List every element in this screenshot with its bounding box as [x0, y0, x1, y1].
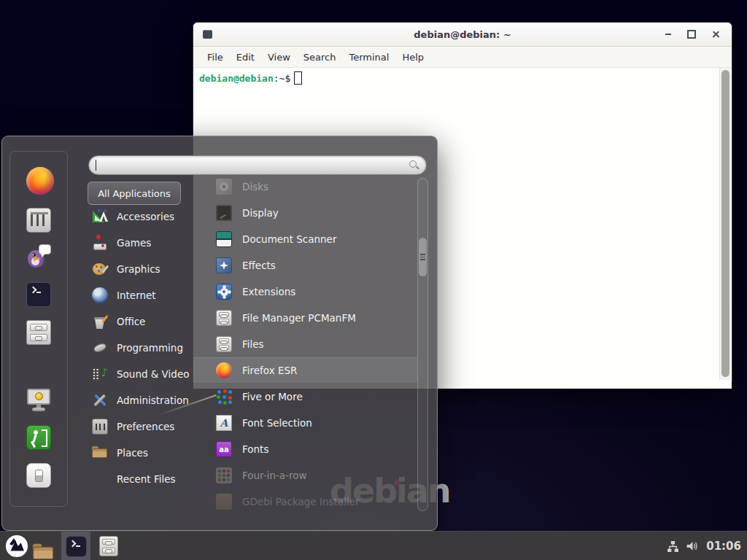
category-label: Programming	[117, 342, 183, 354]
recent-files-spacer	[92, 471, 108, 487]
app-gdebi-package-installer[interactable]: GDebi Package Installer	[193, 489, 417, 515]
app-five-or-more[interactable]: Five or More	[193, 384, 417, 410]
favorite-pidgin-icon[interactable]	[26, 244, 51, 269]
gdebi-icon	[216, 494, 232, 510]
menu-help[interactable]: Help	[395, 52, 430, 63]
extensions-gear-icon	[216, 284, 232, 300]
application-menu: All Applications Accessories Games Graph…	[1, 136, 438, 531]
favorite-terminal-icon[interactable]	[26, 282, 51, 307]
scrollbar-grip-icon	[420, 254, 425, 261]
category-label: Preferences	[117, 421, 174, 432]
search-icon	[409, 160, 419, 171]
category-preferences[interactable]: Preferences	[86, 413, 196, 440]
category-places[interactable]: Places	[86, 440, 196, 466]
category-label: Sound & Video	[117, 368, 189, 380]
menu-view[interactable]: View	[261, 52, 297, 63]
app-label: Fonts	[242, 443, 268, 455]
app-four-in-a-row[interactable]: Four-in-a-row	[193, 462, 417, 489]
terminal-titlebar[interactable]: debian@debian: ~	[193, 23, 732, 47]
system-tray: 01:06	[667, 532, 741, 560]
menu-file[interactable]: File	[201, 52, 230, 63]
app-label: Files	[242, 338, 264, 350]
app-label: Extensions	[242, 286, 295, 298]
category-office[interactable]: Office	[86, 308, 196, 335]
app-files[interactable]: Files	[193, 331, 417, 357]
four-in-a-row-icon	[216, 467, 232, 483]
maximize-icon[interactable]	[687, 30, 696, 39]
all-applications-button[interactable]: All Applications	[88, 182, 181, 205]
firefox-icon	[216, 362, 232, 378]
favorites-column	[9, 151, 68, 507]
five-or-more-icon	[216, 389, 232, 405]
app-label: Four-in-a-row	[242, 470, 307, 481]
app-disks[interactable]: Disks	[193, 174, 417, 200]
favorite-log-out-icon[interactable]	[26, 425, 51, 450]
app-list-scrollbar[interactable]	[417, 178, 428, 511]
close-icon[interactable]	[712, 31, 720, 39]
taskbar-terminal-icon	[66, 536, 87, 557]
category-label: Internet	[117, 289, 156, 301]
app-font-selection[interactable]: A Font Selection	[193, 410, 417, 436]
menu-edit[interactable]: Edit	[230, 52, 261, 63]
menu-logo-icon	[5, 534, 28, 558]
office-icon	[92, 314, 108, 330]
app-extensions[interactable]: Extensions	[193, 279, 417, 305]
sound-video-icon: ♪	[92, 366, 108, 382]
taskbar-files-button[interactable]	[99, 536, 118, 556]
app-list-scrollbar-thumb[interactable]	[419, 238, 427, 276]
app-effects[interactable]: Effects	[193, 252, 417, 279]
category-list: Accessories Games Graphics Internet Offi…	[86, 203, 196, 492]
favorite-file-manager-icon[interactable]	[26, 320, 51, 345]
network-icon[interactable]	[667, 540, 679, 553]
category-accessories[interactable]: Accessories	[86, 203, 196, 230]
fonts-icon: aa	[216, 441, 232, 457]
minimize-icon[interactable]	[665, 34, 671, 35]
terminal-prompt: debian@debian:~$	[199, 71, 726, 85]
app-label: Five or More	[242, 391, 303, 402]
category-games[interactable]: Games	[86, 230, 196, 256]
taskbar-active-terminal-button[interactable]	[61, 532, 90, 560]
places-folder-icon	[92, 445, 108, 461]
taskbar-file-manager-button[interactable]	[33, 542, 61, 560]
font-selection-icon: A	[216, 415, 232, 431]
app-fonts[interactable]: aa Fonts	[193, 436, 417, 462]
category-internet[interactable]: Internet	[86, 282, 196, 308]
display-icon	[216, 205, 232, 221]
app-display[interactable]: Display	[193, 200, 417, 226]
app-document-scanner[interactable]: Document Scanner	[193, 226, 417, 252]
favorite-control-center-icon[interactable]	[26, 208, 51, 233]
games-icon	[92, 235, 108, 251]
volume-icon[interactable]	[686, 540, 700, 552]
menu-button[interactable]	[5, 534, 28, 558]
terminal-menubar: File Edit View Search Terminal Help	[193, 47, 732, 68]
app-label: File Manager PCManFM	[242, 312, 356, 324]
category-label: Games	[117, 237, 151, 249]
category-recent-files[interactable]: Recent Files	[86, 466, 196, 492]
app-file-manager-pcmanfm[interactable]: File Manager PCManFM	[193, 305, 417, 331]
category-label: Office	[117, 316, 145, 327]
category-programming[interactable]: Programming	[86, 335, 196, 361]
terminal-cursor	[294, 71, 302, 85]
menu-search[interactable]: Search	[297, 52, 343, 63]
category-sound-video[interactable]: ♪ Sound & Video	[86, 361, 196, 387]
clock[interactable]: 01:06	[706, 540, 741, 553]
terminal-title: debian@debian: ~	[414, 29, 511, 40]
app-label: Firefox ESR	[242, 365, 297, 376]
prompt-user-host: debian@debian	[199, 73, 274, 84]
category-administration[interactable]: Administration	[86, 387, 196, 413]
application-list: Disks Display Document Scanner Effects E…	[193, 174, 417, 515]
terminal-scrollbar[interactable]	[719, 68, 731, 380]
favorite-shut-down-icon[interactable]	[26, 463, 51, 488]
favorite-firefox-icon[interactable]	[26, 167, 51, 192]
app-label: Font Selection	[242, 417, 312, 429]
search-input[interactable]	[88, 155, 427, 175]
accessories-icon	[92, 209, 108, 225]
app-firefox-esr[interactable]: Firefox ESR	[193, 357, 417, 384]
category-graphics[interactable]: Graphics	[86, 256, 196, 282]
menu-terminal[interactable]: Terminal	[342, 52, 395, 63]
terminal-scrollbar-thumb[interactable]	[721, 70, 729, 377]
preferences-icon	[92, 419, 108, 435]
graphics-icon	[92, 261, 108, 277]
administration-tools-icon	[92, 392, 108, 408]
favorite-lock-screen-icon[interactable]	[26, 387, 51, 412]
